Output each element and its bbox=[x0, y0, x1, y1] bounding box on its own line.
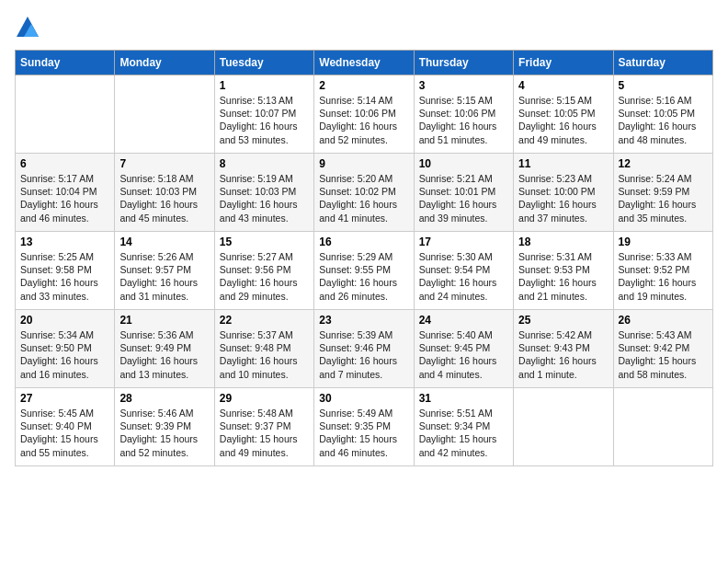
day-info: Sunrise: 5:19 AMSunset: 10:03 PMDaylight… bbox=[220, 172, 309, 224]
day-info: Sunrise: 5:34 AMSunset: 9:50 PMDaylight:… bbox=[20, 328, 109, 381]
day-info: Sunrise: 5:25 AMSunset: 9:58 PMDaylight:… bbox=[20, 250, 109, 303]
day-number: 7 bbox=[119, 157, 209, 170]
day-number: 31 bbox=[419, 392, 508, 405]
day-cell bbox=[115, 75, 214, 154]
day-number: 5 bbox=[619, 79, 708, 92]
day-info: Sunrise: 5:31 AMSunset: 9:53 PMDaylight:… bbox=[518, 250, 608, 303]
day-number: 27 bbox=[20, 392, 109, 405]
day-cell: 8Sunrise: 5:19 AMSunset: 10:03 PMDayligh… bbox=[214, 154, 313, 232]
day-cell: 2Sunrise: 5:14 AMSunset: 10:06 PMDayligh… bbox=[314, 75, 414, 154]
day-number: 2 bbox=[319, 79, 408, 92]
day-number: 10 bbox=[419, 157, 508, 170]
day-cell: 5Sunrise: 5:16 AMSunset: 10:05 PMDayligh… bbox=[613, 75, 712, 154]
day-info: Sunrise: 5:27 AMSunset: 9:56 PMDaylight:… bbox=[220, 250, 309, 303]
logo-icon bbox=[15, 15, 40, 40]
week-row-1: 6Sunrise: 5:17 AMSunset: 10:04 PMDayligh… bbox=[16, 154, 713, 232]
day-info: Sunrise: 5:48 AMSunset: 9:37 PMDaylight:… bbox=[220, 407, 309, 459]
day-cell: 21Sunrise: 5:36 AMSunset: 9:49 PMDayligh… bbox=[115, 310, 214, 388]
day-cell: 6Sunrise: 5:17 AMSunset: 10:04 PMDayligh… bbox=[16, 154, 115, 232]
day-info: Sunrise: 5:15 AMSunset: 10:06 PMDaylight… bbox=[419, 94, 508, 146]
day-info: Sunrise: 5:18 AMSunset: 10:03 PMDaylight… bbox=[119, 172, 209, 224]
day-number: 28 bbox=[119, 392, 209, 405]
day-info: Sunrise: 5:49 AMSunset: 9:35 PMDaylight:… bbox=[319, 407, 408, 459]
day-cell: 17Sunrise: 5:30 AMSunset: 9:54 PMDayligh… bbox=[414, 232, 513, 310]
day-number: 18 bbox=[518, 236, 608, 248]
day-cell: 15Sunrise: 5:27 AMSunset: 9:56 PMDayligh… bbox=[214, 232, 313, 310]
header-cell-monday: Monday bbox=[115, 51, 214, 75]
day-info: Sunrise: 5:45 AMSunset: 9:40 PMDaylight:… bbox=[20, 407, 109, 459]
day-cell: 23Sunrise: 5:39 AMSunset: 9:46 PMDayligh… bbox=[314, 310, 414, 388]
day-number: 24 bbox=[419, 314, 508, 327]
day-number: 23 bbox=[319, 314, 408, 327]
week-row-4: 27Sunrise: 5:45 AMSunset: 9:40 PMDayligh… bbox=[16, 388, 713, 466]
day-info: Sunrise: 5:13 AMSunset: 10:07 PMDaylight… bbox=[220, 94, 309, 146]
day-number: 14 bbox=[119, 236, 209, 248]
day-info: Sunrise: 5:39 AMSunset: 9:46 PMDaylight:… bbox=[319, 328, 408, 381]
header-cell-sunday: Sunday bbox=[16, 51, 115, 75]
day-number: 21 bbox=[119, 314, 209, 327]
day-number: 20 bbox=[20, 314, 109, 327]
logo bbox=[15, 15, 44, 40]
day-number: 11 bbox=[518, 157, 608, 170]
day-cell: 12Sunrise: 5:24 AMSunset: 9:59 PMDayligh… bbox=[613, 154, 712, 232]
day-info: Sunrise: 5:51 AMSunset: 9:34 PMDaylight:… bbox=[419, 407, 508, 459]
day-cell: 29Sunrise: 5:48 AMSunset: 9:37 PMDayligh… bbox=[214, 388, 313, 466]
day-info: Sunrise: 5:24 AMSunset: 9:59 PMDaylight:… bbox=[619, 172, 708, 224]
day-cell: 30Sunrise: 5:49 AMSunset: 9:35 PMDayligh… bbox=[314, 388, 414, 466]
day-info: Sunrise: 5:29 AMSunset: 9:55 PMDaylight:… bbox=[319, 250, 408, 303]
header-cell-wednesday: Wednesday bbox=[314, 51, 414, 75]
day-number: 6 bbox=[20, 157, 109, 170]
day-cell: 18Sunrise: 5:31 AMSunset: 9:53 PMDayligh… bbox=[514, 232, 613, 310]
day-info: Sunrise: 5:15 AMSunset: 10:05 PMDaylight… bbox=[518, 94, 608, 146]
day-cell: 20Sunrise: 5:34 AMSunset: 9:50 PMDayligh… bbox=[16, 310, 115, 388]
day-info: Sunrise: 5:37 AMSunset: 9:48 PMDaylight:… bbox=[220, 328, 309, 381]
day-info: Sunrise: 5:33 AMSunset: 9:52 PMDaylight:… bbox=[619, 250, 708, 303]
day-info: Sunrise: 5:46 AMSunset: 9:39 PMDaylight:… bbox=[119, 407, 209, 459]
day-info: Sunrise: 5:20 AMSunset: 10:02 PMDaylight… bbox=[319, 172, 408, 224]
day-info: Sunrise: 5:26 AMSunset: 9:57 PMDaylight:… bbox=[119, 250, 209, 303]
day-number: 4 bbox=[518, 79, 608, 92]
day-cell: 22Sunrise: 5:37 AMSunset: 9:48 PMDayligh… bbox=[214, 310, 313, 388]
day-cell bbox=[16, 75, 115, 154]
day-number: 25 bbox=[518, 314, 608, 327]
header-cell-saturday: Saturday bbox=[613, 51, 712, 75]
day-cell: 9Sunrise: 5:20 AMSunset: 10:02 PMDayligh… bbox=[314, 154, 414, 232]
header-row: SundayMondayTuesdayWednesdayThursdayFrid… bbox=[16, 51, 713, 75]
day-number: 3 bbox=[419, 79, 508, 92]
day-number: 1 bbox=[220, 79, 309, 92]
day-cell: 26Sunrise: 5:43 AMSunset: 9:42 PMDayligh… bbox=[613, 310, 712, 388]
day-number: 17 bbox=[419, 236, 508, 248]
day-number: 8 bbox=[220, 157, 309, 170]
day-info: Sunrise: 5:36 AMSunset: 9:49 PMDaylight:… bbox=[119, 328, 209, 381]
week-row-2: 13Sunrise: 5:25 AMSunset: 9:58 PMDayligh… bbox=[16, 232, 713, 310]
day-info: Sunrise: 5:16 AMSunset: 10:05 PMDaylight… bbox=[619, 94, 708, 146]
header-cell-tuesday: Tuesday bbox=[214, 51, 313, 75]
day-cell: 11Sunrise: 5:23 AMSunset: 10:00 PMDaylig… bbox=[514, 154, 613, 232]
day-number: 19 bbox=[619, 236, 708, 248]
day-cell: 4Sunrise: 5:15 AMSunset: 10:05 PMDayligh… bbox=[514, 75, 613, 154]
day-number: 13 bbox=[20, 236, 109, 248]
day-number: 16 bbox=[319, 236, 408, 248]
day-number: 30 bbox=[319, 392, 408, 405]
day-number: 26 bbox=[619, 314, 708, 327]
day-info: Sunrise: 5:40 AMSunset: 9:45 PMDaylight:… bbox=[419, 328, 508, 381]
day-cell: 16Sunrise: 5:29 AMSunset: 9:55 PMDayligh… bbox=[314, 232, 414, 310]
day-number: 15 bbox=[220, 236, 309, 248]
day-info: Sunrise: 5:17 AMSunset: 10:04 PMDaylight… bbox=[20, 172, 109, 224]
calendar-header: SundayMondayTuesdayWednesdayThursdayFrid… bbox=[16, 51, 713, 75]
day-cell bbox=[514, 388, 613, 466]
day-number: 29 bbox=[220, 392, 309, 405]
day-info: Sunrise: 5:42 AMSunset: 9:43 PMDaylight:… bbox=[518, 328, 608, 381]
day-number: 9 bbox=[319, 157, 408, 170]
day-cell: 28Sunrise: 5:46 AMSunset: 9:39 PMDayligh… bbox=[115, 388, 214, 466]
header-cell-thursday: Thursday bbox=[414, 51, 513, 75]
week-row-3: 20Sunrise: 5:34 AMSunset: 9:50 PMDayligh… bbox=[16, 310, 713, 388]
day-cell: 27Sunrise: 5:45 AMSunset: 9:40 PMDayligh… bbox=[16, 388, 115, 466]
day-cell: 24Sunrise: 5:40 AMSunset: 9:45 PMDayligh… bbox=[414, 310, 513, 388]
day-cell bbox=[613, 388, 712, 466]
header-cell-friday: Friday bbox=[514, 51, 613, 75]
calendar-body: 1Sunrise: 5:13 AMSunset: 10:07 PMDayligh… bbox=[16, 75, 713, 466]
day-info: Sunrise: 5:14 AMSunset: 10:06 PMDaylight… bbox=[319, 94, 408, 146]
day-number: 12 bbox=[619, 157, 708, 170]
day-info: Sunrise: 5:21 AMSunset: 10:01 PMDaylight… bbox=[419, 172, 508, 224]
